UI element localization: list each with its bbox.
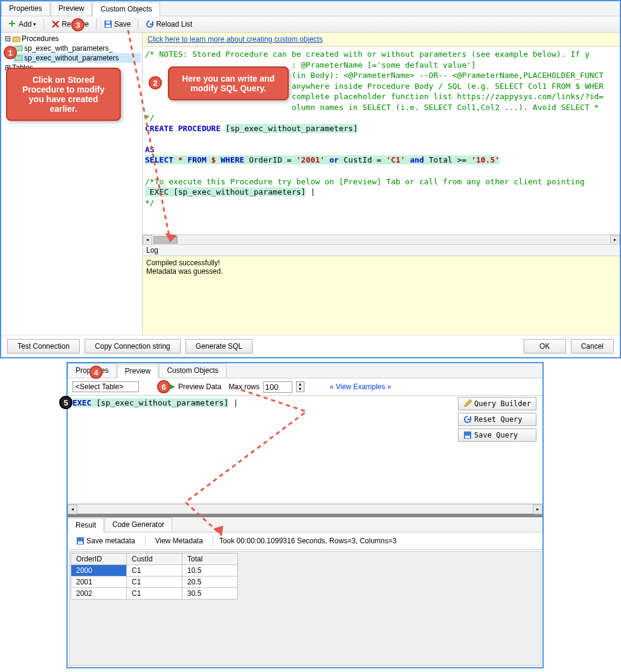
tab-properties[interactable]: Properties [1, 1, 50, 16]
tab-custom-objects[interactable]: Custom Objects [92, 2, 159, 16]
tree-item-sp1-label: sp_exec_with_parameters_ [24, 44, 113, 53]
svg-rect-7 [15, 56, 22, 60]
reset-query-label: Reset Query [474, 415, 522, 424]
log-area[interactable]: Compiled successfully! Metadata was gues… [143, 256, 620, 335]
code-line: olumn names in SELECT (i.e. SELECT Col1,… [292, 103, 604, 112]
reload-icon [146, 20, 154, 28]
badge-5: 5 [59, 396, 72, 409]
save-metadata-label: Save metadata [86, 537, 135, 545]
save-icon [104, 20, 112, 28]
kw-exec: EXEC [72, 398, 91, 407]
tree-item-sp2-label: sp_exec_without_parameters [24, 54, 119, 62]
arrow-preview-to-result [149, 387, 318, 544]
reset-query-button[interactable]: Reset Query [458, 413, 536, 426]
query-builder-label: Query Builder [474, 399, 531, 408]
tree-expand-icon[interactable]: ⊟ [5, 34, 11, 43]
add-button[interactable]: Add ▾ [5, 18, 40, 30]
cond: '10.5' [471, 155, 500, 164]
log-line: Compiled successfully! [146, 259, 616, 267]
dollar: $ [211, 155, 216, 164]
cond: Total >= [429, 155, 467, 164]
kw-where: WHERE [220, 155, 244, 164]
kw-from: FROM [187, 155, 206, 164]
code-line: /*To execute this Procedure try below on… [145, 177, 585, 186]
cond: OrderID = [249, 155, 291, 164]
custom-objects-window: 1 2 3 Click on Stored Procedure to modif… [0, 0, 621, 358]
remove-button[interactable]: Remove [48, 18, 92, 30]
svg-rect-4 [106, 21, 110, 24]
scroll-left-icon[interactable]: ◂ [68, 505, 77, 514]
badge-1: 1 [4, 46, 17, 59]
save-button[interactable]: Save [100, 18, 134, 30]
save-query-label: Save Query [474, 431, 518, 439]
badge-3: 3 [71, 18, 85, 31]
ok-button[interactable]: OK [524, 339, 566, 354]
reload-label: Reload List [156, 20, 192, 28]
tree-procedures-label: Procedures [22, 34, 59, 43]
arrow-save-to-log [122, 30, 182, 254]
log-line: Metadata was guessed. [146, 267, 616, 276]
log-header: Log [143, 244, 620, 256]
svg-marker-1 [166, 233, 176, 242]
kw-and: and [410, 155, 423, 164]
table-row[interactable]: 2001 C1 20.5 [71, 577, 238, 588]
code-line: /* NOTES: Stored Procedure can be create… [145, 50, 590, 59]
code-line: (in Body): <@PrameterName> --OR-- <@Pram… [287, 71, 603, 80]
tree-procedures[interactable]: ⊟ Procedures [4, 34, 141, 44]
query-side-buttons: Query Builder Reset Query Save Query [458, 397, 536, 442]
cell[interactable]: 2000 [71, 565, 127, 577]
copy-connection-button[interactable]: Copy Connection string [85, 339, 181, 354]
scroll-right-icon[interactable]: ▸ [533, 505, 542, 514]
table-row[interactable]: 2000 C1 10.5 [71, 565, 238, 577]
folder-icon [12, 34, 21, 43]
cell[interactable]: C1 [127, 577, 182, 588]
cond: CustId = [344, 155, 382, 164]
tab-preview[interactable]: Preview [51, 1, 92, 16]
tab-custom-objects-2[interactable]: Custom Objects [159, 363, 226, 378]
result-table[interactable]: OrderID CustId Total 2000 C1 10.5 2001 C… [71, 553, 238, 599]
add-label: Add [19, 20, 31, 28]
tab-preview-2[interactable]: Preview [117, 364, 159, 378]
save-metadata-button[interactable]: Save metadata [72, 535, 139, 547]
save-label: Save [114, 20, 130, 28]
cancel-button[interactable]: Cancel [571, 339, 614, 354]
svg-rect-11 [465, 436, 470, 438]
col-custid[interactable]: CustId [127, 554, 182, 565]
reset-icon [463, 415, 472, 424]
cell[interactable]: C1 [127, 565, 182, 577]
cell[interactable]: 10.5 [182, 565, 238, 577]
cell[interactable]: C1 [127, 588, 182, 599]
badge-4: 4 [89, 366, 103, 379]
select-table-dropdown[interactable]: <Select Table> [72, 381, 139, 392]
badge-6: 6 [157, 380, 170, 393]
query-builder-button[interactable]: Query Builder [458, 397, 536, 410]
view-examples-link[interactable]: « View Examples » [330, 383, 391, 391]
preview-window: 4 5 6 Properties Preview Custom Objects … [66, 362, 544, 668]
bottom-tabs: Properties Preview Custom Objects [68, 363, 542, 378]
col-orderid[interactable]: OrderID [71, 554, 127, 565]
save-icon [463, 431, 472, 439]
svg-line-0 [128, 30, 170, 242]
spin-up-icon[interactable]: ▲ [297, 382, 304, 387]
cell[interactable]: 2002 [71, 588, 127, 599]
editor-scrollbar[interactable]: ◂ ▸ [143, 234, 620, 244]
svg-rect-5 [13, 37, 20, 42]
scroll-right-icon[interactable]: ▸ [610, 235, 620, 245]
generate-sql-button[interactable]: Generate SQL [185, 339, 253, 354]
cond: '2001' [297, 155, 325, 164]
col-total[interactable]: Total [182, 554, 238, 565]
cond: 'C1' [386, 155, 405, 164]
result-grid-area[interactable]: OrderID CustId Total 2000 C1 10.5 2001 C… [69, 551, 541, 666]
reload-button[interactable]: Reload List [142, 18, 196, 30]
dialog-button-bar: Test Connection Copy Connection string G… [1, 335, 620, 357]
cell[interactable]: 30.5 [182, 588, 238, 599]
tab-result[interactable]: Result [68, 518, 104, 532]
save-query-button[interactable]: Save Query [458, 428, 536, 442]
test-connection-button[interactable]: Test Connection [7, 339, 80, 354]
kw-or: or [329, 155, 339, 164]
custom-objects-toolbar: Add ▾ Remove Save Reload List [1, 16, 620, 33]
cell[interactable]: 20.5 [182, 577, 238, 588]
top-tabs: Properties Preview Custom Objects [1, 1, 620, 16]
table-row[interactable]: 2002 C1 30.5 [71, 588, 238, 599]
cell[interactable]: 2001 [71, 577, 127, 588]
